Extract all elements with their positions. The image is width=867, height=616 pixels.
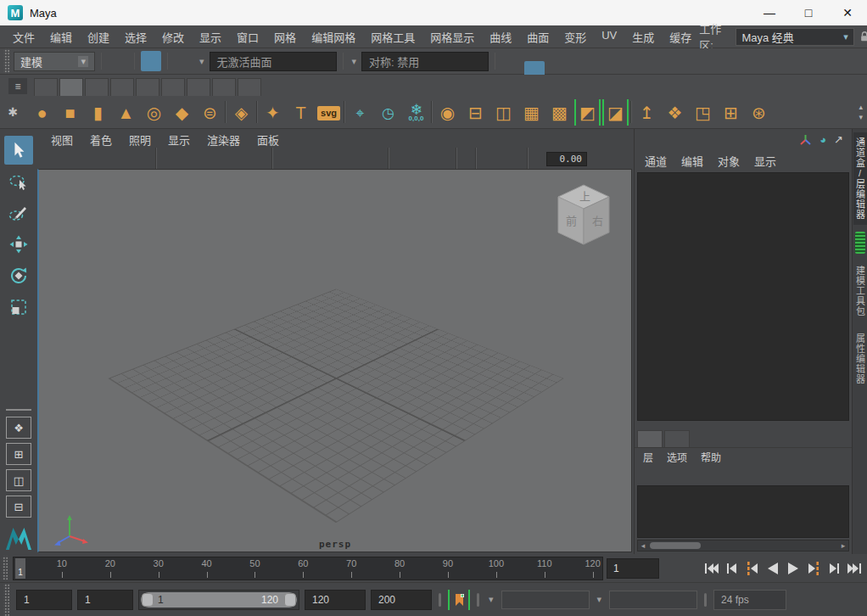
polygon-cylinder-icon[interactable]: ▮: [85, 99, 111, 126]
channel-menu-item[interactable]: 对象: [718, 153, 740, 169]
range-end-handle[interactable]: [284, 593, 296, 607]
channel-box-list[interactable]: [637, 172, 849, 421]
shelf-tab[interactable]: [212, 78, 236, 96]
isolate-select-icon[interactable]: [459, 152, 473, 166]
shelf-tab[interactable]: [34, 78, 58, 96]
snap-to-curve-icon[interactable]: [174, 20, 194, 41]
bookmark-icon[interactable]: [91, 152, 105, 166]
channel-menu-item[interactable]: 显示: [754, 153, 776, 169]
super-shape-icon[interactable]: ✦: [260, 99, 286, 126]
range-slider[interactable]: 1 120: [138, 590, 299, 610]
scroll-right-icon[interactable]: ▸: [838, 541, 848, 550]
extrude-icon[interactable]: ↥: [634, 99, 660, 126]
axis-triad-icon[interactable]: [799, 134, 812, 145]
scrollbar-thumb[interactable]: [650, 542, 701, 549]
layer-menu-item[interactable]: 帮助: [701, 450, 721, 464]
menu-item[interactable]: 编辑网格: [304, 29, 363, 45]
layer-editor-tab[interactable]: [637, 430, 663, 447]
step-back-button[interactable]: [723, 560, 741, 577]
time-slider[interactable]: 1 102030405060708090100110120: [13, 557, 603, 580]
menu-item[interactable]: 编辑: [42, 29, 80, 45]
lasso-select-tool[interactable]: [4, 167, 33, 196]
panel-menu-item[interactable]: 视图: [51, 132, 73, 148]
motion-blur-icon[interactable]: [407, 152, 422, 166]
ambient-occlusion-icon[interactable]: [391, 152, 406, 166]
render-current-frame-icon[interactable]: [501, 41, 522, 61]
play-button[interactable]: [784, 560, 803, 577]
grid-icon[interactable]: [159, 152, 173, 166]
boolean-union-icon[interactable]: ◪: [602, 99, 629, 126]
snap-to-grid-icon[interactable]: [174, 0, 194, 20]
playhead[interactable]: 1: [15, 558, 25, 579]
shelf-tab[interactable]: [59, 78, 83, 96]
polygon-sphere-icon[interactable]: ●: [29, 99, 55, 126]
layout-single-pane-button[interactable]: ❖: [6, 417, 31, 439]
select-camera-icon[interactable]: [42, 152, 57, 166]
checker-texture-icon[interactable]: [339, 152, 354, 166]
speed-gauge-icon[interactable]: ◕: [819, 133, 826, 146]
menu-set-selector[interactable]: 建模 ▾: [14, 52, 95, 71]
workspace-select[interactable]: Maya 经典 ▾: [736, 28, 853, 46]
scale-tool[interactable]: [4, 293, 33, 322]
polygon-torus-icon[interactable]: ◎: [141, 99, 167, 126]
fps-field[interactable]: 24 fps: [713, 590, 786, 610]
select-object-icon[interactable]: [141, 51, 161, 71]
resolution-gate-icon[interactable]: [191, 152, 205, 166]
render-view-icon[interactable]: [501, 20, 522, 41]
channel-menu-item[interactable]: 通道: [645, 153, 667, 169]
select-tool[interactable]: [4, 136, 33, 165]
move-tool[interactable]: [4, 230, 33, 259]
time-grip[interactable]: [2, 556, 8, 580]
bevel-icon[interactable]: ◳: [690, 99, 716, 126]
shadows-icon[interactable]: [372, 152, 386, 166]
gear-icon[interactable]: ✱: [2, 99, 24, 125]
snap-to-point-icon[interactable]: [174, 41, 194, 61]
combine-icon[interactable]: ◉: [434, 99, 461, 126]
no-live-surface-field[interactable]: 无激活曲面: [210, 52, 337, 71]
panel-menu-item[interactable]: 照明: [129, 132, 151, 148]
menu-item[interactable]: 网格显示: [422, 29, 482, 45]
layout-four-pane-button[interactable]: ⊞: [6, 443, 31, 465]
current-frame-field[interactable]: 1: [607, 558, 659, 579]
go-to-end-button[interactable]: [845, 560, 864, 577]
polygon-cone-icon[interactable]: ▲: [113, 99, 139, 126]
textured-icon[interactable]: [323, 152, 338, 166]
multi-cut-icon[interactable]: ⊞: [718, 99, 744, 126]
panel-splitter[interactable]: [635, 421, 852, 428]
image-plane-icon[interactable]: [107, 152, 121, 166]
go-to-start-button[interactable]: [702, 560, 721, 577]
separate-icon[interactable]: ⊟: [462, 99, 489, 126]
next-key-button[interactable]: [804, 560, 823, 577]
previous-key-button[interactable]: [743, 560, 762, 577]
viewport-canvas[interactable]: 上 前 右 persp: [37, 169, 632, 552]
image-icon[interactable]: [511, 152, 525, 166]
shelf-tab[interactable]: [136, 78, 159, 96]
exposure-field[interactable]: 0.00: [546, 152, 587, 166]
reduce-icon[interactable]: ▩: [546, 99, 573, 126]
gate-mask-icon[interactable]: [207, 152, 221, 166]
create-bookmark-button[interactable]: [448, 590, 470, 610]
shelf-tab[interactable]: [161, 78, 185, 96]
field-chart-icon[interactable]: [223, 152, 238, 166]
shelf-tab[interactable]: [85, 78, 109, 96]
shelf-tab[interactable]: [187, 78, 210, 96]
polygon-type-icon[interactable]: T: [288, 99, 314, 126]
transparency-icon[interactable]: [439, 152, 454, 166]
save-scene-icon[interactable]: [108, 51, 128, 71]
shade-wireframe-icon[interactable]: [307, 152, 322, 166]
character-controls-icon[interactable]: [524, 20, 545, 41]
circularize-icon[interactable]: ⊛: [746, 99, 772, 126]
polygon-disc-icon[interactable]: ⊜: [197, 99, 223, 126]
shelf-tab[interactable]: [110, 78, 134, 96]
animation-end-field[interactable]: 200: [371, 590, 432, 610]
rotate-tool[interactable]: [4, 261, 33, 290]
tab-channel-box-layer-editor[interactable]: 通道盒/层编辑器: [853, 132, 867, 225]
camera-attributes-icon[interactable]: [75, 152, 89, 166]
animation-start-field[interactable]: 1: [16, 590, 72, 610]
smooth-icon[interactable]: ▦: [518, 99, 545, 126]
menu-item[interactable]: 网格工具: [363, 29, 422, 45]
use-lights-icon[interactable]: [355, 152, 370, 166]
quad-draw-icon[interactable]: ❖: [662, 99, 688, 126]
menu-item[interactable]: 显示: [192, 29, 229, 45]
play-backwards-button[interactable]: [764, 560, 782, 577]
